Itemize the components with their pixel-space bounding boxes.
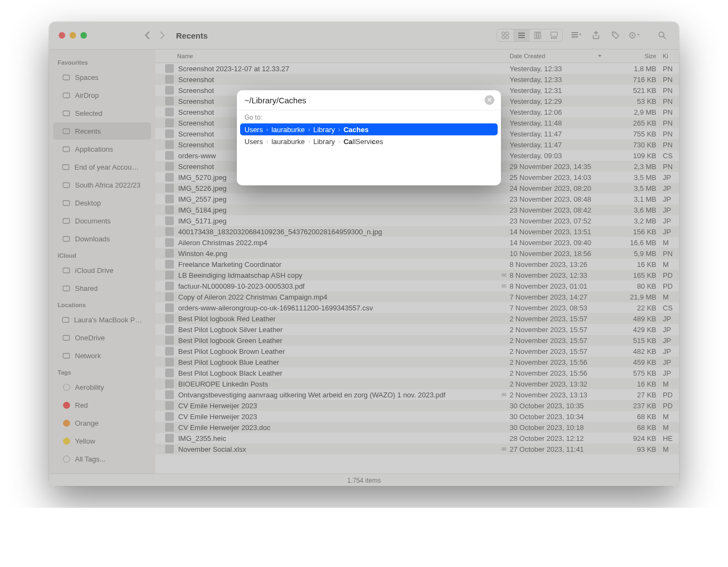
close-window-button[interactable] xyxy=(59,32,65,39)
clear-input-button[interactable]: ✕ xyxy=(485,95,494,105)
file-date: 29 November 2023, 14:35 xyxy=(510,163,607,171)
file-row[interactable]: Aileron Christmas 2022.mp414 November 20… xyxy=(155,237,679,248)
sidebar-item[interactable]: Laura's MacBook Pro (... xyxy=(53,311,151,328)
file-size: 16,6 MB xyxy=(607,239,663,247)
column-header-kind[interactable]: Ki xyxy=(663,53,679,59)
column-header-name[interactable]: Name xyxy=(155,53,510,59)
file-row[interactable]: Winston 4e.png10 November 2023, 18:565,9… xyxy=(155,248,679,259)
file-row[interactable]: IMG_5184.jpeg23 November 2023, 08:423,6 … xyxy=(155,204,679,215)
icon-view-button[interactable] xyxy=(497,29,513,41)
file-size: 80 KB xyxy=(607,282,663,290)
sidebar-item[interactable]: Downloads xyxy=(53,230,151,247)
tags-button[interactable] xyxy=(610,29,622,41)
file-row[interactable]: Best Pilot Logbook Blue Leather2 Novembe… xyxy=(155,357,679,367)
forward-button[interactable] xyxy=(156,29,168,41)
sidebar-item[interactable]: Spaces xyxy=(53,68,151,86)
search-button[interactable] xyxy=(656,29,668,41)
back-button[interactable] xyxy=(141,29,153,41)
sidebar-section-header: Locations xyxy=(49,297,155,310)
file-row[interactable]: Best Pilot logbook Red Leather2 November… xyxy=(155,313,679,324)
file-row[interactable]: BIOEUROPE Linkedin Posts2 November 2023,… xyxy=(155,378,679,389)
sidebar-section-header: Favourites xyxy=(49,55,155,68)
file-row[interactable]: ScreenshotYesterday, 12:33716 KBPN xyxy=(155,74,679,85)
action-button[interactable] xyxy=(629,29,641,41)
path-suggestion[interactable]: Users›lauraburke›Library›Caches xyxy=(240,123,498,135)
file-row[interactable]: CV Emile Herweijer 202330 October 2023, … xyxy=(155,400,679,411)
file-date: 14 November 2023, 09:40 xyxy=(510,239,607,247)
file-row[interactable]: Screenshot 2023-12-07 at 12.33.27Yesterd… xyxy=(155,63,679,74)
file-row[interactable]: Ontvangstbevestiging aanvraag uitkering … xyxy=(155,389,679,400)
svg-rect-14 xyxy=(572,32,578,33)
file-row[interactable]: 400173438_18320320684109236_543762002816… xyxy=(155,226,679,237)
file-row[interactable]: IMG_2557.jpeg23 November 2023, 08:483,1 … xyxy=(155,194,679,204)
sidebar-item[interactable]: Red xyxy=(53,396,151,414)
file-size: 53 KB xyxy=(607,97,663,105)
file-row[interactable]: IMG_2355.heic28 October 2023, 12:12924 K… xyxy=(155,433,679,444)
file-row[interactable]: Best Pilot logbook Green Leather2 Novemb… xyxy=(155,335,679,346)
minimize-window-button[interactable] xyxy=(70,32,76,39)
column-view-button[interactable] xyxy=(530,29,546,41)
sidebar-item[interactable]: End of year Accounts... xyxy=(53,158,151,176)
file-row[interactable]: Best Pilot Logbook Silver Leather2 Novem… xyxy=(155,324,679,335)
tag-icon xyxy=(62,419,71,427)
sidebar-item[interactable]: South Africa 2022/23 xyxy=(53,176,151,194)
file-date: 7 November 2023, 14:27 xyxy=(510,293,607,301)
group-by-button[interactable] xyxy=(570,29,582,41)
globe-icon xyxy=(62,351,71,360)
file-kind: JP xyxy=(663,217,679,225)
file-date: 10 November 2023, 18:56 xyxy=(510,250,607,258)
path-suggestion[interactable]: Users›lauraburke›Library›CallServices xyxy=(237,135,501,147)
folder-icon xyxy=(62,163,70,171)
share-button[interactable] xyxy=(590,29,602,41)
file-row[interactable]: IMG_5171.jpeg23 November 2023, 07:523,2 … xyxy=(155,215,679,226)
file-row[interactable]: orders-www-ailerongroup-co-uk-1696111200… xyxy=(155,302,679,313)
file-icon xyxy=(165,216,174,225)
file-size: 515 KB xyxy=(607,337,663,345)
sidebar-item[interactable]: Recents xyxy=(53,122,151,140)
sidebar-item[interactable]: Yellow xyxy=(53,432,151,450)
file-row[interactable]: CV Emile Herweijer 2023.doc30 October 20… xyxy=(155,422,679,433)
sidebar-item[interactable]: Aerobility xyxy=(53,378,151,396)
go-to-path-input[interactable] xyxy=(243,92,485,108)
gallery-view-button[interactable] xyxy=(546,29,562,41)
file-row[interactable]: Freelance Marketing Coordinator8 Novembe… xyxy=(155,259,679,270)
sidebar-item[interactable]: Applications xyxy=(53,140,151,158)
sidebar-item[interactable]: Shared xyxy=(53,279,151,297)
file-icon xyxy=(165,173,174,182)
file-name: orders-www-ailerongroup-co-uk-1696111200… xyxy=(178,304,498,312)
sidebar-item[interactable]: iCloud Drive xyxy=(53,261,151,279)
file-kind: CS xyxy=(663,152,679,160)
file-size: 21,9 MB xyxy=(607,293,663,301)
file-size: 68 KB xyxy=(607,423,663,432)
sidebar-item[interactable]: Desktop xyxy=(53,194,151,211)
sidebar-item[interactable]: AirDrop xyxy=(53,86,151,104)
zoom-window-button[interactable] xyxy=(80,32,87,39)
file-date: 2 November 2023, 15:57 xyxy=(510,347,607,356)
file-row[interactable]: Copy of Aileron 2022 Christmas Campaign.… xyxy=(155,291,679,302)
sidebar-item[interactable]: OneDrive xyxy=(53,329,151,346)
svg-rect-30 xyxy=(63,236,70,241)
file-row[interactable]: factuur-NL000089-10-2023-0005303.pdf✉8 N… xyxy=(155,281,679,291)
sidebar-item[interactable]: All Tags... xyxy=(53,450,151,468)
file-row[interactable]: Best Pilot Logbook Brown Leather2 Novemb… xyxy=(155,346,679,357)
svg-rect-29 xyxy=(63,219,70,223)
file-row[interactable]: Best Pilot Logbook Black Leather2 Novemb… xyxy=(155,367,679,378)
file-kind: M xyxy=(663,423,679,432)
file-icon xyxy=(165,347,174,356)
column-header-size[interactable]: Size xyxy=(607,53,663,59)
sidebar-item[interactable]: Orange xyxy=(53,414,151,432)
column-header-date[interactable]: Date Created xyxy=(510,53,607,59)
sidebar-item[interactable]: Network xyxy=(53,347,151,364)
svg-rect-4 xyxy=(518,33,525,34)
file-date: 27 October 2023, 11:41 xyxy=(510,445,607,453)
list-view-button[interactable] xyxy=(513,29,530,41)
chevron-right-icon: › xyxy=(337,138,341,145)
sidebar-item[interactable]: Selected xyxy=(53,104,151,122)
file-size: 16 KB xyxy=(607,380,663,388)
file-row[interactable]: November Social.xlsx✉27 October 2023, 11… xyxy=(155,444,679,454)
folder-icon xyxy=(62,284,71,292)
sidebar-item[interactable]: Documents xyxy=(53,212,151,229)
file-row[interactable]: CV Emile Herweijer 202330 October 2023, … xyxy=(155,411,679,422)
file-row[interactable]: LB Beeindiging lidmaatschap ASH copy✉8 N… xyxy=(155,270,679,281)
file-size: 429 KB xyxy=(607,326,663,334)
